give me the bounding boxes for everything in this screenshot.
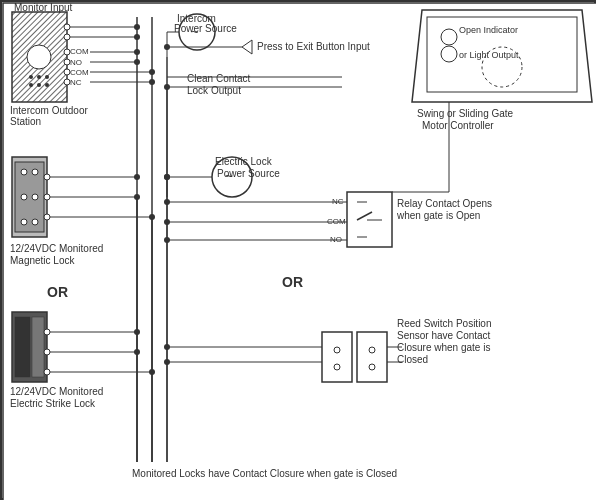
svg-text:Electric Strike Lock: Electric Strike Lock [10, 398, 96, 409]
svg-rect-81 [32, 317, 44, 377]
svg-point-8 [37, 83, 41, 87]
svg-point-4 [29, 75, 33, 79]
wiring-diagram: Monitor Input COM NO COM NC Intercom Out… [0, 0, 596, 500]
svg-text:Intercom Outdoor: Intercom Outdoor [10, 105, 88, 116]
svg-text:OR: OR [282, 274, 303, 290]
svg-point-44 [134, 59, 140, 65]
svg-text:Power Source: Power Source [217, 168, 280, 179]
svg-text:Closure when gate is: Closure when gate is [397, 342, 490, 353]
svg-point-46 [149, 79, 155, 85]
svg-point-115 [369, 364, 375, 370]
svg-text:Electric Lock: Electric Lock [215, 156, 273, 167]
svg-point-9 [45, 83, 49, 87]
svg-text:NO: NO [70, 58, 82, 67]
svg-text:12/24VDC Monitored: 12/24VDC Monitored [10, 243, 103, 254]
svg-point-5 [37, 75, 41, 79]
svg-point-66 [32, 219, 38, 225]
svg-rect-80 [15, 317, 30, 377]
svg-text:COM: COM [70, 68, 89, 77]
svg-text:OR: OR [47, 284, 68, 300]
svg-point-64 [32, 194, 38, 200]
svg-text:Press to Exit Button Input: Press to Exit Button Input [257, 41, 370, 52]
svg-point-113 [369, 347, 375, 353]
svg-rect-111 [357, 332, 387, 382]
svg-point-42 [134, 34, 140, 40]
svg-point-69 [44, 214, 50, 220]
svg-point-45 [149, 69, 155, 75]
svg-point-82 [44, 329, 50, 335]
svg-point-112 [334, 347, 340, 353]
svg-point-11 [64, 24, 70, 30]
svg-text:Sensor have Contact: Sensor have Contact [397, 330, 491, 341]
svg-point-67 [44, 174, 50, 180]
svg-point-7 [29, 83, 33, 87]
svg-rect-60 [15, 162, 44, 232]
svg-point-114 [334, 364, 340, 370]
svg-text:Monitored Locks have Contact C: Monitored Locks have Contact Closure whe… [132, 468, 397, 479]
svg-point-43 [134, 49, 140, 55]
svg-text:NC: NC [70, 78, 82, 87]
svg-text:Reed Switch Position: Reed Switch Position [397, 318, 492, 329]
svg-text:Magnetic Lock: Magnetic Lock [10, 255, 75, 266]
svg-point-63 [21, 194, 27, 200]
svg-point-12 [64, 34, 70, 40]
svg-point-84 [44, 369, 50, 375]
svg-text:Swing or Sliding Gate: Swing or Sliding Gate [417, 108, 514, 119]
svg-text:Monitor Input: Monitor Input [14, 2, 73, 13]
svg-point-83 [44, 349, 50, 355]
svg-point-65 [21, 219, 27, 225]
svg-text:COM: COM [70, 47, 89, 56]
svg-text:when gate is Open: when gate is Open [396, 210, 480, 221]
svg-point-62 [32, 169, 38, 175]
svg-text:Power Source: Power Source [174, 23, 237, 34]
svg-text:Station: Station [10, 116, 41, 127]
svg-point-61 [21, 169, 27, 175]
svg-point-73 [134, 174, 140, 180]
svg-text:Clean Contact: Clean Contact [187, 73, 251, 84]
svg-point-6 [45, 75, 49, 79]
svg-text:Relay Contact Opens: Relay Contact Opens [397, 198, 492, 209]
svg-point-128 [441, 46, 457, 62]
svg-point-47 [164, 44, 170, 50]
svg-text:Closed: Closed [397, 354, 428, 365]
svg-text:12/24VDC Monitored: 12/24VDC Monitored [10, 386, 103, 397]
svg-rect-110 [322, 332, 352, 382]
svg-point-68 [44, 194, 50, 200]
svg-text:Motor Controller: Motor Controller [422, 120, 494, 131]
svg-text:Open Indicator: Open Indicator [459, 25, 518, 35]
svg-point-3 [27, 45, 51, 69]
svg-point-41 [134, 24, 140, 30]
svg-point-126 [441, 29, 457, 45]
